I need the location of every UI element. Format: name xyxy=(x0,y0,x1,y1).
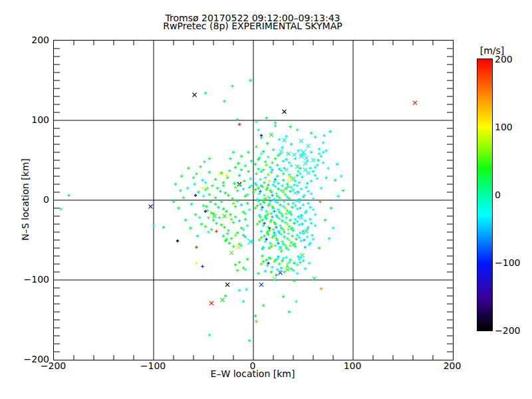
scatter-point xyxy=(254,315,257,317)
scatter-point xyxy=(320,287,323,290)
scatter-point xyxy=(193,183,196,186)
scatter-point xyxy=(244,195,247,198)
scatter-point xyxy=(192,176,195,179)
scatter-point xyxy=(225,283,229,287)
scatter-point xyxy=(262,260,265,263)
scatter-point xyxy=(246,224,249,227)
scatter-point xyxy=(279,246,281,249)
scatter-point xyxy=(285,187,287,190)
scatter-point xyxy=(290,164,293,167)
scatter-point xyxy=(281,184,283,187)
scatter-point xyxy=(244,268,247,271)
scatter-point xyxy=(205,205,207,207)
scatter-point xyxy=(214,196,217,199)
scatter-plot-canvas xyxy=(54,41,453,360)
scatter-point xyxy=(287,228,289,231)
colorbar-tick-label: −100 xyxy=(495,258,520,267)
scatter-point xyxy=(262,150,265,153)
scatter-point xyxy=(325,176,327,179)
scatter-point xyxy=(277,154,279,157)
scatter-point xyxy=(264,176,267,179)
scatter-point xyxy=(298,181,301,184)
scatter-point xyxy=(291,177,295,181)
scatter-point xyxy=(224,295,227,297)
scatter-point xyxy=(327,167,329,170)
scatter-point xyxy=(322,141,325,144)
scatter-point xyxy=(299,139,303,143)
scatter-point xyxy=(249,79,251,82)
scatter-point xyxy=(207,216,209,219)
scatter-point xyxy=(277,242,279,245)
scatter-point xyxy=(236,269,239,271)
scatter-point xyxy=(340,175,342,178)
scatter-point xyxy=(281,146,283,149)
scatter-point xyxy=(274,185,277,188)
scatter-point xyxy=(200,223,203,225)
scatter-point xyxy=(336,195,339,198)
scatter-point xyxy=(255,145,257,148)
scatter-point xyxy=(305,186,307,189)
scatter-point xyxy=(233,182,235,185)
scatter-point xyxy=(320,155,323,158)
scatter-point xyxy=(279,203,281,206)
scatter-point xyxy=(316,177,319,180)
scatter-point xyxy=(290,143,293,146)
scatter-point xyxy=(276,164,279,166)
scatter-point xyxy=(316,164,319,166)
scatter-point xyxy=(278,168,281,170)
scatter-point xyxy=(257,168,259,170)
scatter-point xyxy=(240,155,243,158)
scatter-point xyxy=(270,245,273,247)
scatter-point xyxy=(246,193,249,196)
scatter-point xyxy=(222,207,225,210)
scatter-point xyxy=(215,222,217,225)
scatter-point xyxy=(293,153,297,157)
scatter-point xyxy=(174,183,177,186)
scatter-point xyxy=(293,262,295,265)
scatter-point xyxy=(194,194,197,197)
scatter-point xyxy=(309,167,311,170)
scatter-point xyxy=(308,262,311,265)
colorbar-tick-label: −200 xyxy=(495,326,520,335)
scatter-point xyxy=(288,239,291,241)
scatter-point xyxy=(234,205,237,207)
scatter-point xyxy=(330,207,332,209)
scatter-point xyxy=(264,270,267,273)
scatter-point xyxy=(284,193,287,196)
scatter-point xyxy=(208,157,211,160)
scatter-point xyxy=(303,239,305,241)
scatter-point xyxy=(229,251,233,255)
scatter-point xyxy=(299,207,301,209)
y-tick-label: −200 xyxy=(1,354,49,364)
scatter-point xyxy=(285,158,287,161)
scatter-point xyxy=(285,212,287,215)
scatter-point xyxy=(311,234,313,237)
scatter-point xyxy=(286,237,289,239)
scatter-point xyxy=(149,205,153,209)
scatter-point xyxy=(240,227,243,229)
scatter-point xyxy=(259,178,261,181)
scatter-point xyxy=(275,274,277,277)
scatter-point xyxy=(247,151,249,154)
scatter-point xyxy=(296,207,299,210)
y-tick-label: 200 xyxy=(1,35,49,45)
scatter-point xyxy=(279,152,281,155)
scatter-point xyxy=(287,248,289,251)
scatter-point xyxy=(244,164,247,167)
scatter-point xyxy=(271,266,273,269)
scatter-point xyxy=(261,219,263,221)
scatter-point xyxy=(284,221,287,223)
scatter-point xyxy=(240,203,243,206)
scatter-point xyxy=(284,207,287,209)
scatter-point xyxy=(290,267,293,270)
scatter-point xyxy=(287,152,291,156)
scatter-point xyxy=(240,168,243,171)
scatter-point xyxy=(286,209,289,211)
scatter-point xyxy=(322,161,325,164)
scatter-point xyxy=(296,272,299,275)
scatter-point xyxy=(265,259,267,261)
scatter-point xyxy=(287,268,289,271)
y-tick-label: −100 xyxy=(1,275,49,284)
scatter-point xyxy=(248,339,251,342)
scatter-point xyxy=(293,191,297,195)
